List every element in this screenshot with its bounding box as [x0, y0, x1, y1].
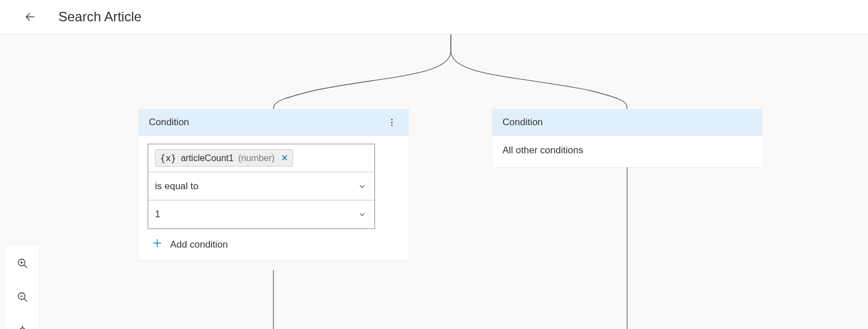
svg-line-15 [24, 299, 27, 301]
operator-label: is equal to [155, 181, 357, 192]
variable-icon: {x} [160, 153, 176, 163]
variable-chip[interactable]: {x} articleCount1 (number) [155, 149, 293, 167]
add-condition-button[interactable]: Add condition [148, 238, 400, 251]
page-header: Search Article [0, 0, 868, 34]
condition-input-stack: {x} articleCount1 (number) is equal to [148, 144, 375, 229]
zoom-out-icon [17, 291, 28, 303]
condition-body-text: All other conditions [492, 136, 762, 167]
svg-point-3 [391, 119, 392, 120]
more-options-button[interactable] [385, 116, 399, 129]
operator-select[interactable]: is equal to [148, 172, 374, 200]
zoom-in-button[interactable] [13, 254, 31, 272]
remove-variable-button[interactable] [281, 154, 288, 163]
plus-icon [152, 238, 162, 251]
chevron-down-icon [357, 181, 368, 192]
condition-card-header: Condition [139, 109, 409, 136]
svg-point-4 [391, 122, 392, 123]
svg-point-5 [391, 125, 392, 126]
svg-line-11 [24, 265, 27, 268]
condition-body: {x} articleCount1 (number) is equal to [139, 136, 409, 260]
chevron-down-icon [357, 209, 368, 220]
zoom-out-button[interactable] [13, 288, 31, 306]
condition-card-right[interactable]: Condition All other conditions [492, 109, 762, 167]
fit-to-screen-button[interactable] [13, 322, 31, 329]
flow-canvas[interactable]: Condition {x} articleCount1 (number) [0, 34, 868, 329]
condition-title: Condition [149, 117, 189, 128]
add-condition-label: Add condition [170, 239, 228, 250]
condition-card-header: Condition [492, 109, 762, 136]
more-vertical-icon [387, 118, 396, 127]
page-title: Search Article [58, 9, 141, 25]
target-icon [17, 325, 28, 329]
variable-type: (number) [238, 153, 275, 163]
value-label: 1 [155, 209, 357, 220]
condition-title: Condition [502, 117, 543, 128]
close-icon [281, 154, 288, 161]
zoom-toolbar [6, 246, 39, 329]
branch-connector [0, 34, 868, 329]
back-button[interactable] [21, 8, 39, 26]
variable-row[interactable]: {x} articleCount1 (number) [148, 144, 374, 172]
zoom-in-icon [17, 258, 28, 269]
arrow-left-icon [24, 11, 36, 23]
variable-name: articleCount1 [181, 153, 234, 163]
value-select[interactable]: 1 [148, 200, 374, 229]
condition-card-left[interactable]: Condition {x} articleCount1 (number) [139, 109, 409, 260]
